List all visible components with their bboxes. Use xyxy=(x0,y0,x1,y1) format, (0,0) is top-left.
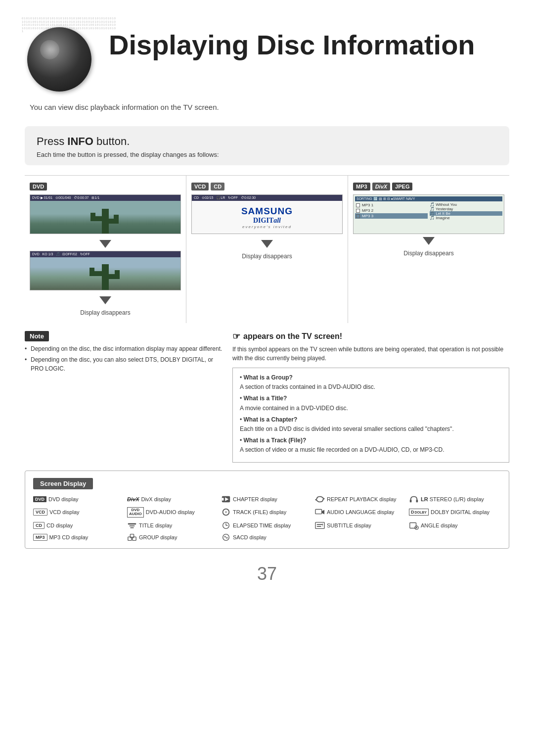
mp3-item-1: MP3 1 xyxy=(355,202,428,208)
svg-rect-23 xyxy=(130,525,135,526)
dvd-arrow2 xyxy=(99,296,111,304)
svg-rect-24 xyxy=(130,527,134,528)
sd-dvd-badge: DVD xyxy=(33,496,46,502)
wi-track-label: What is a Track (File)? xyxy=(244,437,307,444)
svg-rect-32 xyxy=(410,523,416,528)
mp3-item-2: MP3 2 xyxy=(355,208,428,213)
sd-cd: CD CD display xyxy=(33,522,125,529)
dvd-arrow1 xyxy=(99,240,111,248)
sd-repeat: REPEAT PLAYBACK display xyxy=(315,495,407,503)
press-info-section: Press INFO button. Each time the button … xyxy=(25,126,509,165)
middle-section: Note Depending on the disc, the disc inf… xyxy=(25,331,509,463)
what-is-box: • What is a Group? A section of tracks c… xyxy=(232,368,509,463)
tv-desc: If this symbol appears on the TV screen … xyxy=(232,345,509,363)
vcd-screen: CD ⊙02/15 🎧LR ↻OFF ⏱0:02:30 SAMSUNG DIGI… xyxy=(191,194,343,234)
sd-track: TRACK (FILE) display xyxy=(221,508,313,516)
page-number: 37 xyxy=(0,559,534,594)
svg-rect-5 xyxy=(102,264,109,290)
svg-rect-0 xyxy=(102,209,109,234)
cd-badge-vcd-col: CD xyxy=(211,183,224,190)
vcd-bar: CD ⊙02/15 🎧LR ↻OFF ⏱0:02:30 xyxy=(192,195,342,201)
wi-title-label: What is a Title? xyxy=(244,395,287,402)
sd-stereo-label: LR STEREO (L/R) display xyxy=(421,496,484,502)
screen-display-header: Screen Display xyxy=(33,478,93,489)
sd-angle: ANGLE display xyxy=(409,521,501,529)
sd-audio-lang-label: AUDIO LANGUAGE display xyxy=(327,509,394,515)
mp3-top-bar: SORTING 🔢 ▤ ⊞ ⊟ ●SMART NAVY xyxy=(355,196,502,201)
sd-elapsed-label: ELAPSED TIME display xyxy=(233,522,291,528)
dvd-badge: DVD xyxy=(30,183,47,190)
sd-dolby: DDOLBY DOLBY DIGITAL display xyxy=(409,509,501,516)
svg-marker-13 xyxy=(323,497,325,500)
sd-angle-label: ANGLE display xyxy=(421,522,458,528)
sd-track-label: TRACK (FILE) display xyxy=(233,509,286,515)
svg-point-34 xyxy=(416,527,417,528)
note-item-1: Depending on the disc, the disc informat… xyxy=(25,344,222,353)
sd-chapter-label: CHAPTER display xyxy=(233,496,277,502)
headphone-icon xyxy=(409,495,419,503)
note-section: Note Depending on the disc, the disc inf… xyxy=(25,331,222,463)
mp3-screen: SORTING 🔢 ▤ ⊞ ⊟ ●SMART NAVY MP3 1 MP3 2 … xyxy=(353,194,504,234)
sd-stereo: LR STEREO (L/R) display xyxy=(409,495,501,503)
sd-sacd: SACD display xyxy=(221,533,313,541)
sd-repeat-label: REPEAT PLAYBACK display xyxy=(327,496,397,502)
svg-rect-30 xyxy=(317,526,321,527)
svg-rect-9 xyxy=(115,270,120,279)
samsung-tagline: everyone's invited xyxy=(242,225,292,229)
sd-divx-badge: DivX xyxy=(127,496,139,502)
mp3-display-label: Display disappears xyxy=(403,250,453,257)
sd-vcd-badge: VCD xyxy=(33,509,47,516)
sd-row-3: CD CD display TITLE display ELAP xyxy=(33,521,501,529)
jpeg-badge: JPEG xyxy=(392,183,412,190)
mp3-track-3: 🎵 Let It Be xyxy=(430,211,502,216)
sd-cd-badge: CD xyxy=(33,522,44,529)
sd-dolby-label: DOLBY DIGITAL display xyxy=(431,509,490,515)
dvd-bar1: DVD ▶ 01/01 ⊙001/040 ⏱0:00:37 ⊞1/1 xyxy=(30,195,180,201)
svg-rect-2 xyxy=(90,213,95,221)
samsung-brand: SAMSUNG xyxy=(241,206,293,217)
dolby-badge: DDOLBY xyxy=(409,509,429,516)
wi-group-desc: A section of tracks contained in a DVD-A… xyxy=(240,383,375,390)
svg-rect-15 xyxy=(410,499,412,502)
sd-cd-label: CD display xyxy=(46,522,73,528)
sd-dvd-label: DVD display xyxy=(48,496,79,502)
sd-divx: DivX DivX display xyxy=(127,496,219,502)
angle-icon xyxy=(409,521,419,529)
sd-dvd-audio-badge: DVDAUDIO xyxy=(127,507,144,518)
what-is-title: • What is a Title? A movie contained in … xyxy=(240,394,502,413)
screen-display-section: Screen Display DVD DVD display DivX DivX… xyxy=(25,471,509,549)
mp3-arrow xyxy=(423,237,435,245)
subtitle-icon xyxy=(315,521,325,529)
svg-rect-12 xyxy=(222,498,224,500)
what-is-chapter: • What is a Chapter? Each title on a DVD… xyxy=(240,415,502,434)
what-is-group: • What is a Group? A section of tracks c… xyxy=(240,373,502,392)
vcd-display-label: Display disappears xyxy=(242,253,292,260)
sd-subtitle: SUBTITLE display xyxy=(315,521,407,529)
wi-chapter-label: What is a Chapter? xyxy=(244,416,298,423)
group-icon xyxy=(127,533,137,541)
wi-chapter-desc: Each title on a DVD disc is divided into… xyxy=(240,425,454,432)
tv-section: ☞ appears on the TV screen! If this symb… xyxy=(232,331,509,463)
vcd-badge: VCD xyxy=(191,183,209,190)
sd-row-1: DVD DVD display DivX DivX display CHAPTE… xyxy=(33,495,501,503)
wi-track-desc: A section of video or a music file recor… xyxy=(240,446,444,453)
audio-lang-icon xyxy=(315,508,325,516)
chapter-icon xyxy=(221,495,231,503)
mp3-badge: MP3 xyxy=(353,183,370,190)
sd-row-4: MP3 MP3 CD display GROUP display SACD di… xyxy=(33,533,501,541)
sd-mp3: MP3 MP3 CD display xyxy=(33,534,125,541)
info-bold: INFO xyxy=(67,135,93,147)
note-list: Depending on the disc, the disc informat… xyxy=(25,344,222,373)
dvd-column: DVD DVD ▶ 01/01 ⊙001/040 ⏱0:00:37 ⊞1/1 xyxy=(25,176,186,323)
sd-chapter: CHAPTER display xyxy=(221,495,313,503)
sd-dvd-audio: DVDAUDIO DVD-AUDIO display xyxy=(127,507,219,518)
page-title: Displaying Disc Information xyxy=(109,30,475,60)
svg-point-19 xyxy=(225,512,226,513)
display-columns: DVD DVD ▶ 01/01 ⊙001/040 ⏱0:00:37 ⊞1/1 xyxy=(25,175,509,323)
svg-rect-36 xyxy=(133,537,136,540)
svg-rect-28 xyxy=(315,522,324,529)
repeat-icon xyxy=(315,495,325,503)
sd-mp3-label: MP3 CD display xyxy=(49,534,89,540)
note-item-2: Depending on the disc, you can also sele… xyxy=(25,355,222,373)
sacd-icon xyxy=(221,533,231,541)
